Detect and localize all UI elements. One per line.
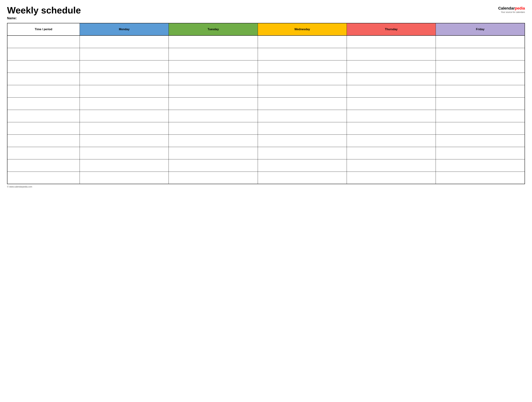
logo-calendar-text: Calendar <box>498 6 515 10</box>
table-cell[interactable] <box>258 172 347 184</box>
table-cell[interactable] <box>169 60 258 73</box>
table-cell[interactable] <box>7 159 80 172</box>
table-cell[interactable] <box>347 110 436 122</box>
table-cell[interactable] <box>436 60 525 73</box>
table-cell[interactable] <box>80 97 169 110</box>
table-cell[interactable] <box>436 73 525 85</box>
table-row <box>7 172 525 184</box>
table-cell[interactable] <box>169 97 258 110</box>
col-header-wednesday: Wednesday <box>258 23 347 36</box>
table-cell[interactable] <box>258 73 347 85</box>
col-header-thursday: Thursday <box>347 23 436 36</box>
table-cell[interactable] <box>7 97 80 110</box>
col-header-monday: Monday <box>80 23 169 36</box>
table-cell[interactable] <box>258 97 347 110</box>
table-cell[interactable] <box>169 85 258 97</box>
table-cell[interactable] <box>169 36 258 48</box>
table-cell[interactable] <box>347 172 436 184</box>
table-cell[interactable] <box>347 36 436 48</box>
table-cell[interactable] <box>80 147 169 159</box>
table-cell[interactable] <box>347 60 436 73</box>
logo-tagline: Your source for calendars <box>501 11 525 13</box>
table-cell[interactable] <box>7 85 80 97</box>
table-cell[interactable] <box>7 48 80 60</box>
table-cell[interactable] <box>169 48 258 60</box>
table-cell[interactable] <box>169 73 258 85</box>
table-cell[interactable] <box>347 147 436 159</box>
table-cell[interactable] <box>436 147 525 159</box>
table-cell[interactable] <box>258 60 347 73</box>
copyright-text: © www.calendarpedia.com <box>7 186 32 188</box>
table-row <box>7 97 525 110</box>
table-cell[interactable] <box>7 60 80 73</box>
table-cell[interactable] <box>258 36 347 48</box>
table-cell[interactable] <box>80 122 169 135</box>
table-cell[interactable] <box>169 110 258 122</box>
table-cell[interactable] <box>169 135 258 147</box>
table-cell[interactable] <box>436 97 525 110</box>
schedule-table: Time / period Monday Tuesday Wednesday T… <box>7 23 525 184</box>
logo-pedia-text: pedia <box>515 6 525 10</box>
table-cell[interactable] <box>80 36 169 48</box>
table-cell[interactable] <box>436 172 525 184</box>
table-cell[interactable] <box>7 122 80 135</box>
table-cell[interactable] <box>347 48 436 60</box>
table-cell[interactable] <box>80 73 169 85</box>
table-cell[interactable] <box>7 135 80 147</box>
table-cell[interactable] <box>436 48 525 60</box>
table-cell[interactable] <box>258 135 347 147</box>
table-cell[interactable] <box>258 48 347 60</box>
table-cell[interactable] <box>80 110 169 122</box>
col-header-time: Time / period <box>7 23 80 36</box>
table-cell[interactable] <box>436 122 525 135</box>
table-cell[interactable] <box>258 110 347 122</box>
table-cell[interactable] <box>436 135 525 147</box>
table-row <box>7 135 525 147</box>
table-cell[interactable] <box>258 122 347 135</box>
table-cell[interactable] <box>347 73 436 85</box>
table-cell[interactable] <box>7 110 80 122</box>
table-row <box>7 48 525 60</box>
table-cell[interactable] <box>258 85 347 97</box>
table-cell[interactable] <box>347 135 436 147</box>
table-cell[interactable] <box>80 172 169 184</box>
title-area: Weekly schedule Name: <box>7 5 81 20</box>
table-row <box>7 110 525 122</box>
table-cell[interactable] <box>347 97 436 110</box>
name-label: Name: <box>7 16 81 20</box>
table-cell[interactable] <box>169 147 258 159</box>
table-cell[interactable] <box>80 85 169 97</box>
table-cell[interactable] <box>347 159 436 172</box>
table-row <box>7 122 525 135</box>
table-cell[interactable] <box>436 36 525 48</box>
header-section: Weekly schedule Name: Calendarpedia Your… <box>7 5 525 20</box>
table-cell[interactable] <box>80 60 169 73</box>
table-cell[interactable] <box>436 85 525 97</box>
logo: Calendarpedia <box>498 6 525 11</box>
table-cell[interactable] <box>7 147 80 159</box>
table-cell[interactable] <box>347 122 436 135</box>
table-cell[interactable] <box>258 159 347 172</box>
table-row <box>7 36 525 48</box>
table-cell[interactable] <box>7 73 80 85</box>
table-cell[interactable] <box>80 135 169 147</box>
table-cell[interactable] <box>436 110 525 122</box>
table-row <box>7 85 525 97</box>
table-cell[interactable] <box>169 159 258 172</box>
table-cell[interactable] <box>347 85 436 97</box>
table-cell[interactable] <box>7 36 80 48</box>
table-cell[interactable] <box>436 159 525 172</box>
table-cell[interactable] <box>258 147 347 159</box>
table-cell[interactable] <box>169 172 258 184</box>
table-cell[interactable] <box>80 48 169 60</box>
col-header-friday: Friday <box>436 23 525 36</box>
page-container: Weekly schedule Name: Calendarpedia Your… <box>7 5 525 188</box>
page-title: Weekly schedule <box>7 5 81 15</box>
table-row <box>7 147 525 159</box>
table-cell[interactable] <box>80 159 169 172</box>
table-cell[interactable] <box>7 172 80 184</box>
table-row <box>7 73 525 85</box>
table-cell[interactable] <box>169 122 258 135</box>
table-row <box>7 159 525 172</box>
logo-area: Calendarpedia Your source for calendars <box>498 6 525 13</box>
